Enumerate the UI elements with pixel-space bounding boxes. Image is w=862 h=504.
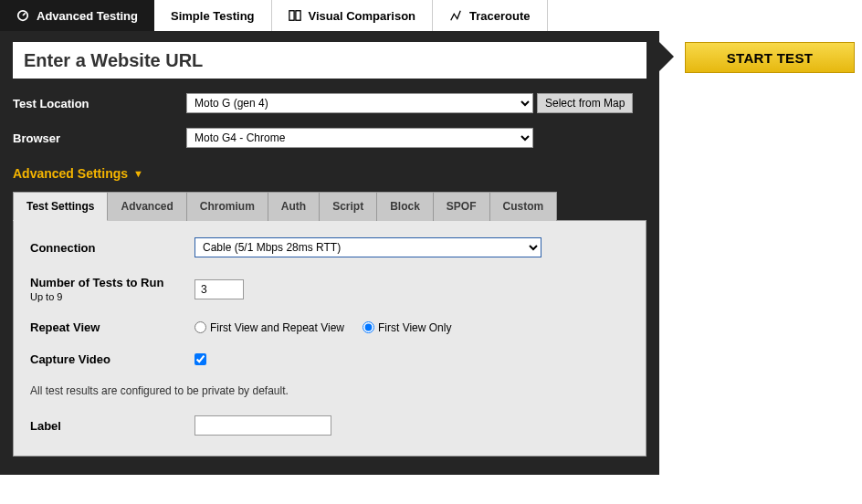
tab-simple-testing[interactable]: Simple Testing — [154, 0, 272, 31]
select-from-map-button[interactable]: Select from Map — [537, 93, 633, 113]
repeat-radio-both[interactable] — [194, 321, 206, 333]
start-test-button[interactable]: START TEST — [685, 42, 855, 73]
advanced-settings-label: Advanced Settings — [13, 166, 128, 181]
label-field-label: Label — [30, 419, 194, 433]
tab-label: Simple Testing — [171, 9, 255, 23]
runs-input[interactable] — [194, 279, 244, 299]
config-panel: Test Location Moto G (gen 4) Select from… — [0, 31, 659, 475]
subtab-block[interactable]: Block — [376, 192, 434, 221]
tab-traceroute[interactable]: Traceroute — [433, 0, 547, 31]
subtab-chromium[interactable]: Chromium — [186, 192, 268, 221]
gauge-icon — [16, 9, 29, 22]
browser-select[interactable]: Moto G4 - Chrome — [186, 128, 533, 148]
settings-tabs: Test Settings Advanced Chromium Auth Scr… — [13, 192, 646, 221]
settings-body: Connection Cable (5/1 Mbps 28ms RTT) Num… — [13, 220, 646, 457]
svg-rect-2 — [295, 11, 300, 21]
advanced-settings-toggle[interactable]: Advanced Settings ▼ — [13, 166, 646, 181]
subtab-script[interactable]: Script — [319, 192, 377, 221]
subtab-spof[interactable]: SPOF — [433, 192, 490, 221]
connection-select[interactable]: Cable (5/1 Mbps 28ms RTT) — [194, 237, 541, 257]
svg-rect-1 — [289, 11, 293, 21]
runs-hint: Up to 9 — [30, 291, 194, 302]
label-input[interactable] — [194, 415, 331, 436]
repeat-option-first-only[interactable]: First View Only — [363, 321, 451, 334]
tab-visual-comparison[interactable]: Visual Comparison — [272, 0, 434, 31]
connection-label: Connection — [30, 241, 194, 255]
nav-tabs: Advanced Testing Simple Testing Visual C… — [0, 0, 862, 31]
tab-label: Traceroute — [469, 9, 530, 23]
repeat-radio-first-only[interactable] — [363, 321, 374, 333]
location-select[interactable]: Moto G (gen 4) — [186, 93, 533, 113]
subtab-test-settings[interactable]: Test Settings — [13, 192, 108, 221]
runs-label: Number of Tests to Run Up to 9 — [30, 276, 194, 302]
repeat-option-both[interactable]: First View and Repeat View — [194, 321, 344, 334]
subtab-advanced[interactable]: Advanced — [107, 192, 186, 221]
tab-label: Visual Comparison — [309, 9, 416, 23]
privacy-notice: All test results are configured to be pr… — [30, 384, 629, 397]
repeat-label: Repeat View — [30, 320, 194, 334]
location-label: Test Location — [13, 97, 186, 110]
compare-icon — [289, 9, 301, 22]
subtab-custom[interactable]: Custom — [489, 192, 558, 221]
arrow-right-icon — [659, 42, 674, 71]
subtab-auth[interactable]: Auth — [268, 192, 320, 221]
url-input[interactable] — [13, 42, 646, 79]
chevron-down-icon: ▼ — [133, 168, 143, 179]
tab-label: Advanced Testing — [37, 9, 138, 23]
video-checkbox[interactable] — [194, 353, 206, 365]
browser-label: Browser — [13, 131, 186, 145]
tab-advanced-testing[interactable]: Advanced Testing — [0, 0, 154, 31]
route-icon — [449, 9, 462, 22]
video-label: Capture Video — [30, 352, 194, 366]
